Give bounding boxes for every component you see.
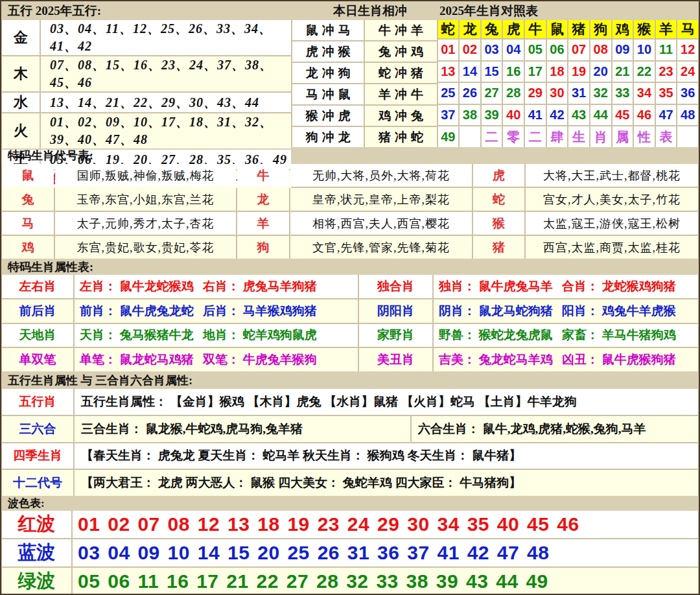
zodiac-header-cell: 龙 [460, 20, 480, 38]
attr-group-label: 阴阳肖 [359, 299, 432, 323]
element-numbers: 03、04、11、12、25、26、33、34、41、42 [41, 20, 291, 55]
zodiac-header-cell: 虎 [503, 20, 524, 38]
zodiac-number-cell: 11 [656, 40, 677, 60]
clash-cell: 狗冲龙 [292, 127, 364, 147]
code-names: 相将,西宫,夫人,西宫,樱花 [290, 212, 472, 235]
zodiac-chart-table: 蛇龙兔虎牛鼠猪狗鸡猴羊马0102030405060708091011121314… [438, 20, 699, 147]
combo-row-text: 【春天生肖： 虎兔龙 夏天生肖： 蛇马羊 秋天生肖： 猴狗鸡 冬天生肖： 鼠牛猪… [75, 443, 698, 469]
zodiac-header-cell: 猪 [568, 20, 589, 38]
combo-table: 五行肖五行生肖属性： 【金肖】猴鸡 【木肖】虎兔 【水肖】鼠猪 【火肖】蛇马 【… [1, 389, 699, 496]
code-names: 东宫,贵妃,歌女,贵妃,苓花 [55, 236, 236, 259]
zodiac-number-cell: 30 [547, 83, 568, 104]
code-names: 无帅,大将,员外,大将,荷花 [290, 164, 472, 187]
combo-row: 十二代号【两大君王： 龙虎 两大恶人： 鼠猴 四大美女： 兔蛇羊鸡 四大家臣： … [2, 470, 698, 496]
clash-cell: 龙冲狗 [292, 63, 364, 83]
attr-group-text: 单笔： 鼠龙蛇马鸡猪 双笔： 牛虎兔羊猴狗 [75, 348, 358, 371]
zodiac-header-cell: 羊 [656, 20, 677, 38]
zodiac-header-cell: 鼠 [547, 20, 568, 38]
zodiac-number-cell: 25 [438, 83, 459, 104]
element-label: 水 [2, 93, 40, 112]
attr-group-label: 前后肖 [2, 299, 73, 323]
zodiac-number-cell: 37 [438, 105, 459, 126]
clash-cell: 蛇冲猪 [365, 63, 436, 83]
wave-numbers: 05 06 11 16 17 21 22 27 28 32 33 38 39 4… [73, 568, 698, 595]
attr-group-text: 吉美： 兔龙蛇马羊鸡 凶丑： 鼠牛虎猴狗猪 [434, 348, 698, 371]
zodiac-number-cell: 27 [482, 83, 502, 104]
zodiac-number-cell: 45 [612, 105, 633, 126]
zodiac-number-cell: 18 [547, 62, 568, 82]
zodiac-number-cell: 05 [525, 40, 546, 60]
combo-row-text: 六合生肖： 鼠牛,龙鸡,虎猪,蛇猴,兔狗,马羊 [412, 416, 698, 442]
zodiac-number-cell: 24 [677, 62, 698, 82]
clash-cell: 鸡冲兔 [365, 106, 436, 126]
combo-row-label: 四季生肖 [2, 443, 73, 469]
year-title-cell: 表 [656, 126, 677, 147]
code-zodiac: 牛 [237, 164, 289, 187]
zodiac-number-cell: 14 [460, 62, 480, 82]
code-names: 国师,叛贼,神偷,叛贼,梅花 [55, 164, 236, 187]
code-names: 宫女,才人,美女,太子,竹花 [526, 188, 698, 211]
zodiac-header-cell: 蛇 [438, 20, 459, 38]
wave-label: 蓝波 [2, 539, 71, 566]
zodiac-number-cell: 07 [568, 40, 589, 60]
element-numbers: 07、08、15、16、23、24、37、38、45、46 [41, 56, 291, 91]
zodiac-number-cell: 06 [547, 40, 568, 60]
zodiac-number-cell: 13 [438, 62, 459, 82]
year-title-cell: 肆 [547, 126, 568, 147]
five-elements-table: 金03、04、11、12、25、26、33、34、41、42木07、08、15、… [1, 20, 292, 147]
year-title-cell: 零 [503, 126, 524, 147]
top-section: 五行 2025年五行: 本日生肖相冲 2025年生肖对照表 金03、04、11、… [1, 1, 699, 147]
zodiac-number-cell: 21 [612, 62, 633, 82]
code-table-title: 特码生肖代号表: [8, 148, 93, 163]
zodiac-number-cell: 22 [634, 62, 655, 82]
zodiac-chart-title: 2025年生肖对照表 [439, 3, 538, 19]
zodiac-number-cell: 03 [482, 40, 502, 60]
wave-label: 红波 [2, 511, 71, 538]
zodiac-number-cell: 29 [525, 83, 546, 104]
page: 五行 2025年五行: 本日生肖相冲 2025年生肖对照表 金03、04、11、… [0, 0, 700, 595]
clash-cell: 牛冲羊 [365, 20, 436, 40]
clash-cell: 猪冲蛇 [365, 127, 436, 147]
wave-numbers: 01 02 07 08 12 13 18 19 23 24 29 30 34 3… [73, 511, 698, 538]
empty-cell [460, 126, 480, 147]
zodiac-number-cell: 09 [612, 40, 633, 60]
combo-row: 四季生肖【春天生肖： 虎兔龙 夏天生肖： 蛇马羊 秋天生肖： 猴狗鸡 冬天生肖：… [2, 443, 698, 469]
attr-group-label: 左右肖 [2, 275, 73, 298]
zodiac-number-cell: 46 [634, 105, 655, 126]
five-elements-title: 五行 2025年五行: [8, 3, 101, 19]
year-title-cell: 生 [568, 126, 589, 147]
wave-table: 红波01 02 07 08 12 13 18 19 23 24 29 30 34… [1, 511, 699, 595]
wave-table-title: 波色表: [8, 496, 45, 511]
zodiac-number-cell: 17 [525, 62, 546, 82]
zodiac-number-cell: 10 [634, 40, 655, 60]
wave-table-header-band: 波色表: [1, 496, 699, 511]
top-header-band: 五行 2025年五行: 本日生肖相冲 2025年生肖对照表 [1, 1, 699, 20]
zodiac-number-cell: 16 [503, 62, 524, 82]
zodiac-number-cell: 23 [656, 62, 677, 82]
code-zodiac: 猪 [473, 236, 524, 259]
zodiac-number-cell: 12 [677, 40, 698, 60]
zodiac-number-cell: 28 [503, 83, 524, 104]
attr-section: 特码生肖属性表: 左右肖左肖： 鼠牛龙蛇猴鸡 右肖： 虎兔马羊狗猪独合肖独肖： … [1, 259, 699, 371]
attr-group-label: 单双笔 [2, 348, 73, 371]
code-zodiac: 兔 [2, 188, 54, 211]
empty-cell [677, 126, 698, 147]
wave-numbers: 03 04 09 10 14 15 20 25 26 31 36 37 41 4… [73, 539, 698, 566]
combo-section: 五行生肖属性 与 三合肖六合肖属性: 五行肖五行生肖属性： 【金肖】猴鸡 【木肖… [1, 371, 699, 496]
zodiac-number-cell: 44 [590, 105, 611, 126]
attr-group-label: 天地肖 [2, 324, 73, 347]
code-zodiac: 蛇 [473, 188, 524, 211]
clash-cell: 猴冲虎 [292, 106, 364, 126]
zodiac-header-cell: 猴 [634, 20, 655, 38]
code-zodiac: 猴 [473, 212, 524, 235]
zodiac-header-cell: 狗 [590, 20, 611, 38]
zodiac-number-cell: 35 [656, 83, 677, 104]
zodiac-number-cell: 38 [460, 105, 480, 126]
combo-row: 三六合三合生肖： 鼠龙猴,牛蛇鸡,虎马狗,兔羊猪六合生肖： 鼠牛,龙鸡,虎猪,蛇… [2, 416, 698, 442]
code-zodiac: 鸡 [2, 236, 54, 259]
zodiac-number-cell: 31 [568, 83, 589, 104]
attr-table: 左右肖左肖： 鼠牛龙蛇猴鸡 右肖： 虎兔马羊狗猪独合肖独肖： 鼠牛虎兔马羊 合肖… [1, 275, 699, 371]
combo-row-label: 十二代号 [2, 470, 73, 496]
code-section: 特码生肖代号表: 鼠国师,叛贼,神偷,叛贼,梅花牛无帅,大将,员外,大将,荷花虎… [1, 147, 699, 259]
zodiac-number-cell: 19 [568, 62, 589, 82]
